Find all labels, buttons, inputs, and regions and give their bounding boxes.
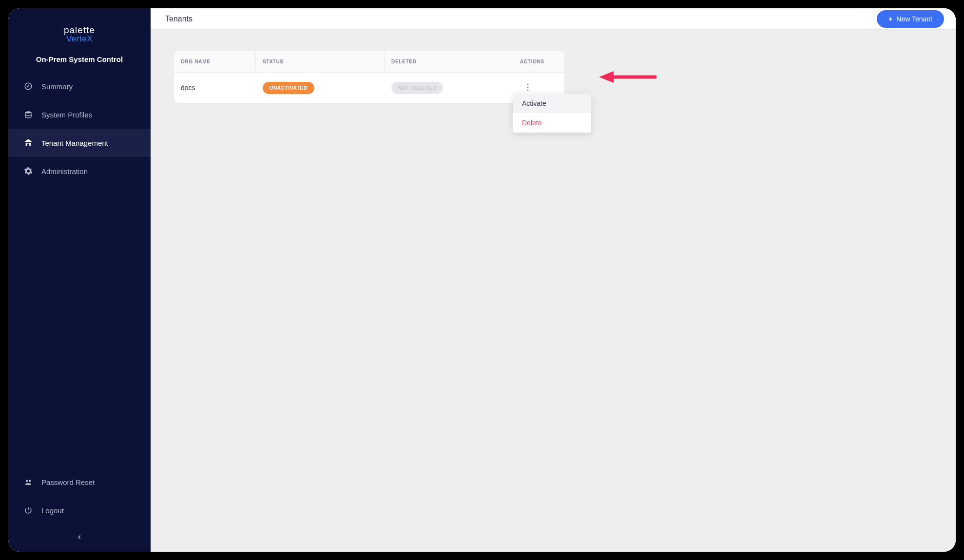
- sidebar-nav: Summary System Profiles Tenant Managemen…: [8, 72, 151, 552]
- content-area: ORG NAME STATUS DELETED ACTIONS docs UNA…: [151, 30, 956, 103]
- deleted-badge: NOT DELETED: [391, 82, 443, 94]
- th-status: STATUS: [256, 51, 385, 72]
- key-icon: [24, 478, 33, 486]
- row-actions-dropdown: Activate Delete: [513, 94, 591, 133]
- main-area: Tenants + New Tenant ORG NAME STATUS DEL…: [151, 8, 956, 552]
- table-header: ORG NAME STATUS DELETED ACTIONS: [174, 51, 564, 73]
- sidebar-item-summary[interactable]: Summary: [8, 72, 151, 100]
- sidebar-item-password-reset[interactable]: Password Reset: [8, 468, 151, 496]
- sidebar-item-label: Logout: [41, 506, 64, 515]
- table-row: docs UNACTIVATED NOT DELETED: [174, 73, 564, 103]
- new-tenant-label: New Tenant: [896, 15, 932, 23]
- app-frame: palette VerteX On-Prem System Control Su…: [8, 8, 956, 552]
- plus-icon: +: [888, 15, 892, 23]
- sidebar: palette VerteX On-Prem System Control Su…: [8, 8, 151, 552]
- svg-point-1: [25, 111, 31, 114]
- svg-point-3: [29, 480, 31, 483]
- sidebar-item-label: Tenant Management: [41, 139, 108, 147]
- page-title: Tenants: [165, 15, 193, 23]
- sidebar-item-label: System Profiles: [41, 111, 92, 119]
- sidebar-item-label: Password Reset: [41, 478, 95, 486]
- tenant-icon: [24, 138, 33, 147]
- svg-marker-8: [599, 71, 614, 83]
- brand-subtitle: On-Prem System Control: [8, 55, 151, 63]
- table-body: docs UNACTIVATED NOT DELETED: [174, 73, 564, 103]
- cell-deleted: NOT DELETED: [385, 74, 513, 102]
- sidebar-item-logout[interactable]: Logout: [8, 496, 151, 524]
- tenants-table: ORG NAME STATUS DELETED ACTIONS docs UNA…: [174, 51, 564, 103]
- svg-point-2: [26, 480, 28, 483]
- th-actions: ACTIONS: [513, 51, 564, 72]
- kebab-icon: [527, 83, 529, 93]
- logo: palette VerteX: [8, 8, 151, 51]
- new-tenant-button[interactable]: + New Tenant: [877, 10, 944, 28]
- chart-icon: [24, 82, 33, 91]
- collapse-sidebar-button[interactable]: [74, 532, 85, 544]
- svg-point-4: [527, 83, 528, 85]
- sidebar-item-system-profiles[interactable]: System Profiles: [8, 100, 151, 129]
- dropdown-item-activate[interactable]: Activate: [513, 94, 591, 113]
- chevron-left-icon: [76, 534, 83, 542]
- gear-icon: [24, 167, 33, 175]
- row-actions-menu-button[interactable]: [523, 81, 533, 95]
- svg-point-5: [527, 86, 528, 88]
- cell-org-name: docs: [174, 76, 256, 99]
- logo-line2: VerteX: [66, 34, 93, 44]
- th-org-name: ORG NAME: [174, 51, 256, 72]
- th-deleted: DELETED: [385, 51, 513, 72]
- sidebar-item-tenant-management[interactable]: Tenant Management: [8, 129, 151, 157]
- topbar: Tenants + New Tenant: [151, 8, 956, 30]
- svg-point-6: [527, 89, 528, 91]
- stack-icon: [24, 110, 33, 119]
- cell-actions: Activate Delete: [513, 73, 564, 102]
- annotation-arrow: [599, 70, 657, 84]
- cell-status: UNACTIVATED: [256, 74, 385, 102]
- sidebar-item-label: Administration: [41, 167, 88, 175]
- dropdown-item-delete[interactable]: Delete: [513, 113, 591, 133]
- sidebar-item-administration[interactable]: Administration: [8, 157, 151, 185]
- power-icon: [24, 506, 33, 515]
- status-badge-unactivated: UNACTIVATED: [263, 82, 314, 94]
- sidebar-bottom: Password Reset Logout: [8, 468, 151, 552]
- sidebar-item-label: Summary: [41, 82, 73, 91]
